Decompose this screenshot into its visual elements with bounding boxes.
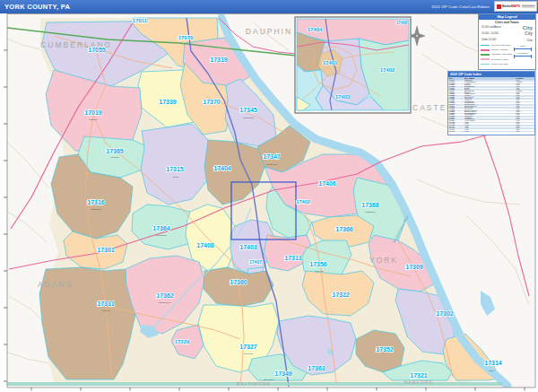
city-class-label: 50,000 and Above <box>482 26 501 29</box>
zip-label-17345: 17345 <box>239 107 257 113</box>
zip-label-17365: 17365 <box>106 148 124 154</box>
zip-label-17011: 17011 <box>133 18 148 23</box>
zip-label-17368: 17368 <box>361 202 379 208</box>
zip-label-17055: 17055 <box>88 47 106 53</box>
logo-mark-icon <box>497 4 501 9</box>
inset-zip-label-17402: 17402 <box>380 67 395 73</box>
city-sample: City <box>527 39 533 42</box>
legend-line-label: Interstate / Toll Road <box>491 53 512 56</box>
zip-label-17402: 17402 <box>296 199 309 205</box>
map-page: Susquehanna RiverDillsburgDoverMancheste… <box>0 0 538 392</box>
logo-brand-b: MAPS <box>511 4 520 8</box>
town-label: East Berlin <box>91 208 101 210</box>
town-label: Red Lion <box>315 270 324 272</box>
legend-line-item: Rivers and Water <box>479 62 512 66</box>
city-class-label: 10,000 - 50,000 <box>482 32 499 35</box>
legend-line-swatch <box>481 58 490 60</box>
county-label-york: YORK <box>369 256 398 265</box>
county-label-baltimore: BALTIMORE <box>237 381 272 387</box>
zip-label-17407: 17407 <box>249 259 262 265</box>
zip-label-17331: 17331 <box>97 301 115 307</box>
zip-index-rows: 17019DillsburgYork17301AbbottstownAdams1… <box>448 80 534 132</box>
inset-zip-label-17401: 17401 <box>323 60 338 65</box>
town-label: Mount Wolf <box>266 163 277 165</box>
legend-line-swatch <box>481 49 490 51</box>
town-label: Hanover <box>102 309 110 311</box>
map-svg: Susquehanna RiverDillsburgDoverMancheste… <box>0 0 538 392</box>
zip-label-17070: 17070 <box>178 35 194 40</box>
legend-scale-bars: MilesKilometers <box>512 43 535 66</box>
zip-label-17370: 17370 <box>203 99 221 105</box>
map-legend-panel: Map Legend Cities and Towns 50,000 and A… <box>478 13 536 70</box>
legend-city-class: 50,000 and AboveCity <box>479 24 535 30</box>
page-title: YORK COUNTY, PA <box>0 3 70 11</box>
zip-label-17356: 17356 <box>309 261 327 267</box>
zip-label-17363: 17363 <box>308 365 325 371</box>
zip-label-17362: 17362 <box>156 292 174 299</box>
legend-line-label: Rivers and Water <box>491 63 508 65</box>
map-canvas: Susquehanna RiverDillsburgDoverMancheste… <box>0 0 538 392</box>
legend-title: Map Legend <box>479 14 535 20</box>
town-label: Wellsville <box>110 156 119 158</box>
zip-label-17301: 17301 <box>97 247 115 253</box>
legend-body: ZIP Code BoundaryPrimary HighwayIntersta… <box>479 43 535 66</box>
legend-city-class: Under 10,000City <box>479 37 535 43</box>
city-sample: City <box>525 31 533 36</box>
town-label: Manchester <box>243 117 254 118</box>
legend-line-items: ZIP Code BoundaryPrimary HighwayIntersta… <box>479 43 512 66</box>
town-label: Glen Rock <box>244 353 255 354</box>
zip-label-17406: 17406 <box>318 180 336 187</box>
town-label: Delta <box>489 370 494 371</box>
inset-zip-label-17404: 17404 <box>308 27 323 32</box>
zip-label-17316: 17316 <box>87 199 105 205</box>
zip-index-panel: 2022 ZIP Code Index ZIPZIP NameCounty 17… <box>447 71 535 135</box>
index-cell: York <box>464 131 516 133</box>
zip-label-17347: 17347 <box>263 153 281 160</box>
zip-label-17019: 17019 <box>84 109 102 116</box>
city-sample: City <box>523 25 533 30</box>
legend-city-class: 10,000 - 50,000City <box>479 30 535 37</box>
zip-label-17339: 17339 <box>159 99 177 105</box>
inset-zip-label-17403: 17403 <box>335 94 351 100</box>
title-bar: YORK COUNTY, PA 2022 ZIP Code ColorCast … <box>0 0 538 13</box>
index-row: 17408YorkYork <box>448 131 534 133</box>
county-label-dauphin: DAUPHIN <box>246 27 292 36</box>
county-label-adams: ADAMS <box>38 280 74 289</box>
edition-label: 2022 ZIP Code ColorCast Edition <box>431 4 490 9</box>
scale-bar <box>514 56 532 57</box>
zip-label-17408: 17408 <box>196 242 214 248</box>
left-margin <box>0 13 7 392</box>
zip-label-17329: 17329 <box>175 339 190 344</box>
zip-label-17315: 17315 <box>166 166 184 172</box>
town-label: Shrewsbury <box>264 379 275 380</box>
zip-label-17313: 17313 <box>284 255 302 261</box>
legend-line-label: Primary Highway <box>491 48 508 51</box>
zip-label-17349: 17349 <box>274 370 292 377</box>
zip-label-17314: 17314 <box>484 360 502 366</box>
town-label: Spring Grove <box>159 301 171 303</box>
zip-label-17366: 17366 <box>335 226 353 232</box>
legend-line-label: Secondary Road <box>491 58 508 61</box>
zip-label-17319: 17319 <box>210 57 228 63</box>
town-label: Dover <box>173 176 178 178</box>
compass-center <box>416 35 418 37</box>
zip-label-17309: 17309 <box>405 264 423 270</box>
zip-label-17403: 17403 <box>239 244 257 250</box>
county-label-harford: HARFORD <box>404 379 434 385</box>
town-label: Wrightsville <box>365 211 376 213</box>
zip-label-17327: 17327 <box>239 344 257 350</box>
index-cell: 17408 <box>448 131 464 133</box>
legend-line-swatch <box>481 45 490 47</box>
legend-city-classes: 50,000 and AboveCity10,000 - 50,000CityU… <box>479 24 535 43</box>
legend-line-label: ZIP Code Boundary <box>491 44 511 47</box>
zip-label-17404: 17404 <box>213 165 231 171</box>
zip-label-17364: 17364 <box>152 225 170 231</box>
legend-line-swatch <box>481 64 490 65</box>
city-class-label: Under 10,000 <box>482 39 496 41</box>
zip-label-17302: 17302 <box>436 310 454 317</box>
zip-label-17360: 17360 <box>230 279 247 285</box>
zip-label-17322: 17322 <box>332 292 350 298</box>
town-label: Thomasville <box>156 234 168 236</box>
zip-label-17321: 17321 <box>410 372 428 379</box>
scale-bar <box>514 48 532 49</box>
